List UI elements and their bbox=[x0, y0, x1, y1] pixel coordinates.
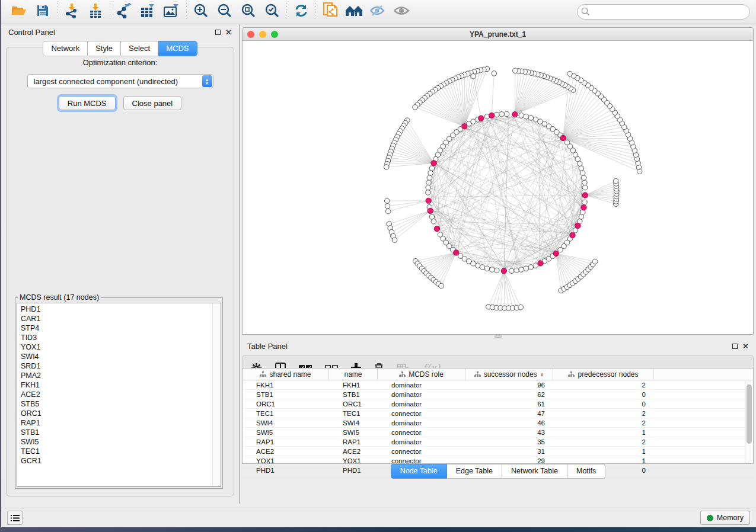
mcds-result-list[interactable]: PHD1CAR1STP4TID3YOX1SWI4SRD1PMA2FKH1ACE2… bbox=[17, 303, 221, 487]
zoom-out-button[interactable] bbox=[213, 2, 237, 22]
table-row[interactable]: SWI5SWI5connector431 bbox=[243, 428, 753, 437]
column-header[interactable]: predecessor nodes bbox=[553, 368, 654, 380]
list-item[interactable]: TEC1 bbox=[21, 447, 221, 456]
table-row[interactable]: RAP1RAP1dominator352 bbox=[243, 437, 753, 447]
run-mcds-button[interactable]: Run MCDS bbox=[59, 96, 116, 110]
table-cell: 2 bbox=[553, 419, 654, 427]
tab-network[interactable]: Network bbox=[43, 41, 88, 56]
table-cell: 2 bbox=[553, 382, 654, 389]
table-row[interactable]: SWI4SWI4dominator462 bbox=[243, 418, 753, 428]
list-item[interactable]: SRD1 bbox=[21, 361, 221, 371]
list-item[interactable]: PHD1 bbox=[21, 305, 221, 314]
table-cell: connector bbox=[378, 410, 465, 417]
search-box bbox=[577, 4, 750, 20]
zoom-selected-button[interactable] bbox=[260, 2, 284, 22]
toolbar-separator bbox=[110, 3, 110, 21]
refresh-icon bbox=[294, 4, 308, 20]
table-row[interactable]: ACE2ACE2connector311 bbox=[243, 447, 753, 456]
list-item[interactable]: ORC1 bbox=[21, 409, 221, 418]
criterion-select[interactable]: largest connected component (undirected)… bbox=[27, 74, 213, 88]
close-panel-icon[interactable]: ✕ bbox=[742, 344, 749, 349]
hide-selected-button[interactable] bbox=[366, 2, 390, 22]
scrollbar-thumb[interactable] bbox=[747, 384, 752, 444]
node-table: shared namenameMCDS rolesuccessor nodes∨… bbox=[242, 368, 754, 464]
table-cell: TEC1 bbox=[243, 410, 329, 417]
float-panel-icon[interactable] bbox=[215, 30, 221, 35]
table-cell: YOX1 bbox=[329, 457, 378, 464]
list-item[interactable]: STB5 bbox=[21, 399, 221, 409]
memory-label: Memory bbox=[717, 514, 744, 522]
table-row[interactable]: STB1STB1dominator620 bbox=[243, 390, 753, 399]
column-header[interactable]: MCDS role bbox=[378, 368, 465, 380]
shared-column-icon bbox=[399, 371, 406, 377]
toolbar-separator bbox=[286, 3, 287, 21]
first-neighbors-button[interactable] bbox=[342, 2, 366, 22]
close-panel-icon[interactable]: ✕ bbox=[225, 30, 232, 35]
table-cell: dominator bbox=[378, 391, 465, 398]
network-window-titlebar[interactable]: YPA_prune.txt_1 bbox=[243, 28, 753, 41]
tab-node-table[interactable]: Node Table bbox=[391, 464, 447, 479]
list-item[interactable]: CAR1 bbox=[21, 314, 221, 323]
tab-motifs[interactable]: Motifs bbox=[567, 464, 605, 479]
zoom-fit-button[interactable] bbox=[237, 2, 260, 22]
duplicate-network-button[interactable] bbox=[318, 2, 342, 22]
export-table-button[interactable] bbox=[136, 2, 160, 22]
select-stepper-icon: ▲▼ bbox=[202, 75, 212, 87]
list-item[interactable]: FKH1 bbox=[21, 380, 221, 390]
network-view[interactable] bbox=[243, 41, 753, 334]
status-bar: Memory bbox=[1, 508, 756, 527]
show-all-button[interactable] bbox=[390, 2, 413, 22]
table-cell: 29 bbox=[465, 457, 553, 464]
table-row[interactable]: FKH1FKH1dominator962 bbox=[243, 380, 753, 390]
table-cell: dominator bbox=[378, 382, 465, 389]
table-panel-titlebar: Table Panel ✕ bbox=[240, 338, 756, 354]
list-item[interactable]: PMA2 bbox=[21, 371, 221, 380]
open-file-button[interactable] bbox=[7, 2, 31, 22]
list-item[interactable]: STP4 bbox=[21, 323, 221, 333]
control-panel-titlebar: Control Panel ✕ bbox=[1, 24, 239, 40]
list-item[interactable]: SWI4 bbox=[21, 352, 221, 361]
table-row[interactable]: TEC1TEC1connector472 bbox=[243, 409, 753, 418]
save-session-button[interactable] bbox=[31, 2, 55, 22]
list-item[interactable]: YOX1 bbox=[21, 342, 221, 352]
tab-style[interactable]: Style bbox=[88, 41, 121, 56]
network-graph[interactable] bbox=[243, 41, 753, 334]
task-history-button[interactable] bbox=[7, 511, 23, 525]
tab-edge-table[interactable]: Edge Table bbox=[447, 464, 502, 479]
search-input[interactable] bbox=[577, 4, 750, 20]
table-cell: dominator bbox=[378, 438, 465, 446]
list-item[interactable]: GCR1 bbox=[21, 456, 221, 466]
tab-select[interactable]: Select bbox=[121, 41, 158, 56]
splitter-grip-icon[interactable] bbox=[495, 335, 502, 338]
column-header-label: predecessor nodes bbox=[578, 370, 638, 379]
list-item[interactable]: ACE2 bbox=[21, 390, 221, 399]
zoom-in-button[interactable] bbox=[189, 2, 213, 22]
mcds-result-title: MCDS result (17 nodes) bbox=[18, 293, 101, 302]
table-cell: 1 bbox=[553, 457, 654, 464]
tab-network-table[interactable]: Network Table bbox=[502, 464, 567, 479]
apply-layout-button[interactable] bbox=[289, 2, 313, 22]
mcds-result-fieldset: MCDS result (17 nodes) PHD1CAR1STP4TID3Y… bbox=[15, 293, 223, 489]
memory-button[interactable]: Memory bbox=[700, 511, 750, 525]
float-panel-icon[interactable] bbox=[732, 344, 738, 349]
table-cell: SWI4 bbox=[243, 419, 329, 427]
sort-indicator-icon: ∨ bbox=[540, 371, 544, 377]
list-item[interactable]: RAP1 bbox=[21, 418, 221, 428]
export-image-button[interactable] bbox=[160, 2, 184, 22]
import-network-button[interactable] bbox=[60, 2, 84, 22]
list-scrollbar[interactable] bbox=[212, 304, 220, 486]
table-row[interactable]: ORC1ORC1dominator610 bbox=[243, 399, 753, 409]
import-table-button[interactable] bbox=[84, 2, 107, 22]
column-header[interactable]: successor nodes∨ bbox=[465, 368, 553, 380]
table-scrollbar[interactable] bbox=[745, 381, 753, 463]
column-header[interactable]: shared name bbox=[243, 368, 329, 380]
column-header-label: MCDS role bbox=[409, 370, 444, 379]
export-network-button[interactable] bbox=[113, 2, 136, 22]
close-panel-button[interactable]: Close panel bbox=[123, 96, 182, 110]
list-item[interactable]: SWI5 bbox=[21, 437, 221, 447]
list-item[interactable]: STB1 bbox=[21, 428, 221, 437]
desktop-wallpaper: Control Panel ✕ NetworkStyleSelectMCDS O… bbox=[0, 0, 756, 532]
tab-mcds[interactable]: MCDS bbox=[158, 41, 197, 56]
column-header[interactable]: name bbox=[329, 368, 378, 380]
list-item[interactable]: TID3 bbox=[21, 333, 221, 342]
